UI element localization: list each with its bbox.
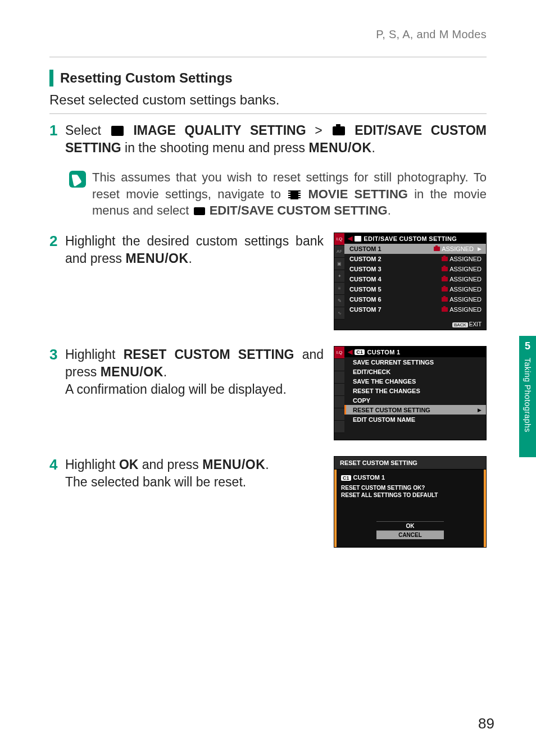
tab-icon (334, 384, 344, 396)
menu-item-status: ASSIGNED (442, 296, 482, 303)
text: Highlight (65, 347, 124, 362)
menu-item-label: SAVE THE CHANGES (353, 378, 416, 385)
movie-setting-label: MOVIE SETTING (308, 187, 407, 201)
menu-tabs: I.Q (334, 347, 344, 433)
camera-icon (442, 267, 448, 271)
reset-label: RESET CUSTOM SETTING (124, 347, 294, 362)
camera-icon (442, 257, 448, 261)
chapter-number: 5 (525, 340, 530, 352)
tab-icon (334, 359, 344, 371)
menu-item[interactable]: CUSTOM 2ASSIGNED (344, 254, 486, 264)
menu-item[interactable]: CUSTOM 4ASSIGNED (344, 274, 486, 284)
period: . (388, 203, 391, 217)
title-text: EDIT/SAVE CUSTOM SETTING (364, 235, 457, 242)
chapter-label: Taking Photographs (523, 358, 532, 432)
step-2-row: 2 Highlight the desired custom settings … (49, 233, 487, 330)
text: Highlight (65, 457, 119, 472)
menu-item-label: CUSTOM 6 (349, 296, 381, 303)
tab-icon: ✦ (334, 270, 344, 283)
step-body: Highlight OK and press MENU/OK. The sele… (65, 456, 324, 548)
menu-item[interactable]: EDIT/CHECK (344, 367, 486, 376)
dialog-ok-button[interactable]: OK (376, 521, 444, 531)
menu-tabs: I.Q AF ▣ ✦ ≡ ✎ ∿ (334, 233, 344, 320)
menu-item-status: ASSIGNED▶ (434, 245, 482, 252)
menu-item-label: CUSTOM 7 (349, 306, 381, 313)
text: and press (142, 457, 202, 472)
menu-item-label: RESET CUSTOM SETTING (353, 407, 430, 413)
menu-item-label: RESET THE CHANGES (353, 388, 420, 394)
title-text: CUSTOM 1 (367, 349, 400, 356)
tab-icon: ▣ (334, 258, 344, 270)
screen-title: ◀ EDIT/SAVE CUSTOM SETTING (344, 233, 486, 244)
menu-item-label: EDIT/CHECK (353, 368, 390, 375)
running-head: P, S, A, and M Modes (49, 28, 487, 41)
back-badge: BACK (452, 322, 468, 327)
menu-item-status: ASSIGNED (442, 286, 482, 293)
divider-top (49, 57, 487, 57)
menu-item[interactable]: CUSTOM 3ASSIGNED (344, 264, 486, 274)
menu-item-label: COPY (353, 397, 370, 404)
tab-iq-icon: I.Q (334, 233, 344, 245)
menu-item[interactable]: EDIT CUSTOM NAME (344, 415, 486, 424)
page-number: 89 (478, 715, 494, 732)
iq-label: IMAGE QUALITY SETTING (133, 123, 306, 138)
camera-icon (355, 236, 361, 242)
gt: > (315, 123, 331, 138)
tab-icon (334, 421, 344, 433)
section-accent-bar (49, 70, 53, 86)
manual-page: P, S, A, and M Modes Resetting Custom Se… (0, 0, 536, 756)
tab-icon (334, 408, 344, 421)
screenshot-reset-dialog: RESET CUSTOM SETTING C1CUSTOM 1 RESET CU… (334, 456, 487, 548)
step-number: 1 (49, 122, 65, 157)
menu-item[interactable]: RESET THE CHANGES (344, 386, 486, 395)
tab-icon: ✎ (334, 295, 344, 307)
menu-item-status: ASSIGNED (442, 266, 482, 272)
text: Select (65, 123, 110, 138)
text: in the shooting menu and press (125, 140, 308, 155)
menu-item-label: CUSTOM 5 (349, 286, 381, 293)
tab-iq-icon: I.Q (334, 347, 344, 359)
arrow-left-icon: ◀ (348, 348, 352, 356)
menu-item[interactable]: CUSTOM 6ASSIGNED (344, 294, 486, 304)
ok-label: OK (119, 457, 139, 472)
arrow-left-icon: ◀ (348, 235, 352, 242)
movie-setting-icon (288, 190, 301, 199)
menu-item[interactable]: RESET CUSTOM SETTING▶ (344, 405, 486, 415)
screenshot-custom1-menu: I.Q ◀ C1 CUSTOM 1 SAVE CURRENT SETTINGSE… (334, 346, 487, 440)
note: This assumes that you wish to reset sett… (69, 169, 487, 219)
menu-item[interactable]: COPY (344, 395, 486, 405)
menu-item[interactable]: SAVE THE CHANGES (344, 376, 486, 386)
text: Highlight the desired custom settings ba… (65, 234, 324, 266)
camera-icon (442, 277, 448, 281)
menu-item-label: SAVE CURRENT SETTINGS (353, 359, 434, 366)
step-number: 3 (49, 346, 65, 440)
step-body: Highlight the desired custom settings ba… (65, 233, 324, 330)
step-number: 4 (49, 456, 65, 548)
menu-item[interactable]: CUSTOM 5ASSIGNED (344, 284, 486, 294)
step-3-row: 3 Highlight RESET CUSTOM SETTING and pre… (49, 346, 487, 440)
period: . (189, 251, 192, 266)
menu-item[interactable]: CUSTOM 1ASSIGNED▶ (344, 244, 486, 254)
dialog-cancel-button[interactable]: CANCEL (376, 531, 444, 539)
menu-item-status: ASSIGNED (442, 256, 482, 262)
menu-ok-label: MENU/OK (101, 365, 163, 379)
tab-icon: ≡ (334, 283, 344, 295)
tab-icon (334, 371, 344, 384)
dialog-custom-name: CUSTOM 1 (353, 474, 385, 481)
tab-icon: ∿ (334, 307, 344, 320)
note-text: This assumes that you wish to reset sett… (92, 169, 487, 219)
text: A confirmation dialog will be displayed. (65, 382, 287, 397)
section-title: Resetting Custom Settings (60, 70, 233, 86)
section-title-row: Resetting Custom Settings (49, 70, 487, 86)
camera-icon (442, 297, 448, 302)
menu-item[interactable]: CUSTOM 7ASSIGNED (344, 304, 486, 315)
step-body: Highlight RESET CUSTOM SETTING and press… (65, 346, 324, 440)
step-4-row: 4 Highlight OK and press MENU/OK. The se… (49, 456, 487, 548)
divider-mid (49, 113, 487, 114)
tab-icon (334, 396, 344, 408)
camera-icon (434, 247, 440, 251)
menu-item[interactable]: SAVE CURRENT SETTINGS (344, 357, 486, 367)
menu-item-status: ASSIGNED (442, 306, 482, 313)
screen-footer (344, 432, 486, 440)
menu-item-label: CUSTOM 4 (349, 276, 381, 283)
